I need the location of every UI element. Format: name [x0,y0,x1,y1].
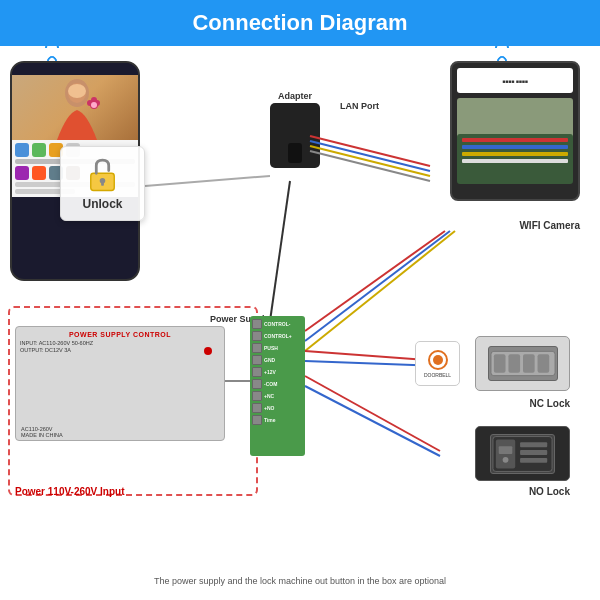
bottom-note: The power supply and the lock machine ou… [0,576,600,586]
terminal-screw [252,367,262,377]
adapter-label: Adapter [260,91,330,101]
power-input-label: Power 110V-260V Input [15,486,125,497]
svg-line-16 [270,181,290,321]
terminal-screw [252,331,262,341]
page-title: Connection Diagram [192,10,407,35]
magnetic-lock-icon [489,346,557,381]
terminal-screw [252,403,262,413]
nc-lock-device [475,336,570,391]
terminal-row: GND [252,355,303,365]
lan-port-label: LAN Port [340,101,379,111]
wifi-camera-label: WIFI Camera [519,220,580,231]
terminal-row: CONTROL+ [252,331,303,341]
ps-title: POWER SUPPLY CONTROL [20,331,220,338]
ps-input-label: INPUT: AC110-260V 50-60HZ [20,340,220,346]
svg-rect-35 [520,450,547,455]
terminal-row: -COM [252,379,303,389]
svg-line-19 [305,231,455,351]
diagram-area: Unlock Adapter LAN Port [0,46,600,591]
svg-point-2 [68,84,86,98]
adapter-area: Adapter [260,91,330,181]
terminal-label: CONTROL+ [264,333,292,339]
svg-line-23 [305,386,440,456]
no-lock-device [475,426,570,481]
svg-line-18 [305,231,450,341]
terminal-label: +NO [264,405,274,411]
svg-rect-26 [493,354,505,372]
terminal-screw [252,343,262,353]
doorbell-label: DOORBELL [424,372,451,378]
adapter-plug [288,143,302,163]
adapter-body [270,103,320,168]
svg-rect-36 [520,457,547,462]
terminal-row: Time [252,415,303,425]
camera-connectors [457,134,573,184]
terminal-block: CONTROL- CONTROL+ PUSH GND +12V -COM [250,316,305,456]
no-lock-inner [490,434,555,474]
app-container: Connection Diagram [0,0,600,591]
unlock-overlay: Unlock [60,146,145,221]
terminal-screw [252,379,262,389]
camera-label-top: ■■■■ ■■■■ [457,68,573,93]
no-lock-label: NO Lock [529,486,570,497]
svg-point-7 [91,102,97,108]
terminal-label: -COM [264,381,277,387]
ps-made-in: MADE IN CHINA [21,432,63,438]
terminal-screw [252,319,262,329]
doorbell-button: DOORBELL [415,341,460,386]
svg-rect-29 [537,354,549,372]
terminal-label: Time [264,417,276,423]
terminal-label: GND [264,357,275,363]
terminal-row: PUSH [252,343,303,353]
phone-camera-preview [12,75,138,140]
doorbell-circle [428,350,448,370]
svg-line-22 [305,376,440,451]
nc-lock-inner [488,346,558,381]
svg-rect-28 [523,354,535,372]
power-supply-box: POWER SUPPLY CONTROL INPUT: AC110-260V 5… [15,326,225,441]
svg-rect-34 [520,442,547,447]
terminal-screw [252,355,262,365]
wifi-camera-device: ■■■■ ■■■■ WIFI Camera [450,61,580,231]
person-silhouette [12,75,138,140]
phone-top-bar [12,63,138,75]
doorbell-inner [433,355,443,365]
camera-body: ■■■■ ■■■■ [450,61,580,201]
terminal-label: CONTROL- [264,321,290,327]
electric-lock-icon [491,434,554,474]
terminal-label: PUSH [264,345,278,351]
terminal-row: +NC [252,391,303,401]
page-header: Connection Diagram [0,0,600,46]
lock-icon [85,156,120,194]
terminal-row: +12V [252,367,303,377]
terminal-screw [252,391,262,401]
unlock-label: Unlock [82,197,122,211]
terminal-label: +NC [264,393,274,399]
wire-blue [462,145,568,149]
nc-lock-label: NC Lock [529,398,570,409]
svg-rect-27 [508,354,520,372]
terminal-label: +12V [264,369,276,375]
svg-rect-10 [101,181,104,186]
svg-point-33 [503,456,509,462]
terminal-row: CONTROL- [252,319,303,329]
ps-output-label: OUTPUT: DC12V 3A [20,347,220,353]
svg-rect-32 [499,446,513,454]
terminal-row: +NO [252,403,303,413]
svg-line-17 [305,231,445,331]
wire-yellow [462,152,568,156]
ps-power-indicator [204,347,212,355]
wire-white [462,159,568,163]
wire-red [462,138,568,142]
svg-line-11 [145,176,270,186]
terminal-screw [252,415,262,425]
